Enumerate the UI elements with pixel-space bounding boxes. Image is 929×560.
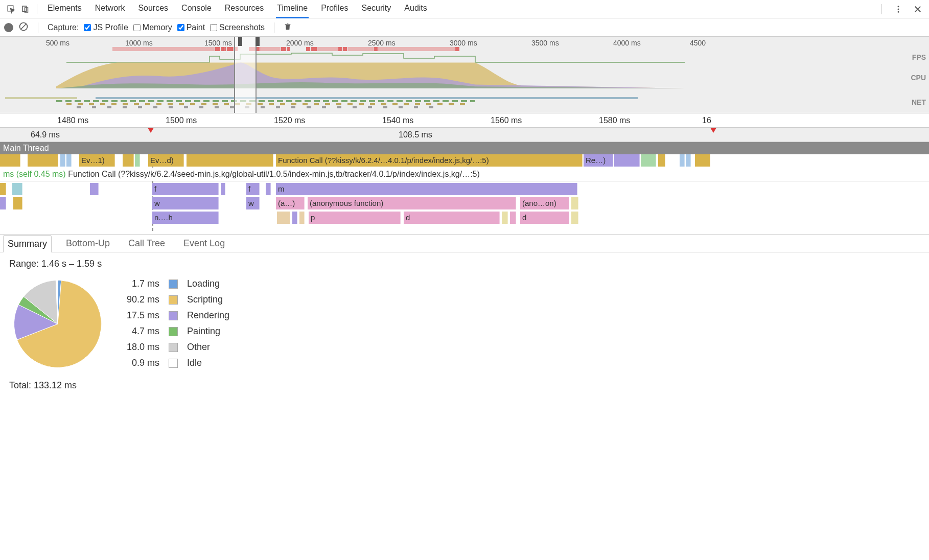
flame-bar[interactable]: f [246,183,260,195]
frame-time: 64.9 ms [31,130,60,139]
summary-total: Total: 133.12 ms [9,380,106,391]
divider [37,4,37,14]
capture-label: Capture: [48,23,79,32]
flame-bar[interactable] [66,154,72,167]
flame-bar[interactable]: (a…) [276,197,305,209]
flame-bar[interactable] [680,154,685,167]
flame-bar[interactable] [292,212,297,224]
flame-bar[interactable] [135,154,140,167]
flame-bar[interactable] [0,197,6,209]
tab-event-log[interactable]: Event Log [179,235,229,252]
tab-network[interactable]: Network [94,0,126,18]
overview-fps-label: FPS [912,53,926,61]
frames-row[interactable]: 64.9 ms 108.5 ms [0,128,929,142]
capture-screenshots[interactable]: Screenshots [210,23,265,32]
flame-bar[interactable] [221,183,225,195]
tab-timeline[interactable]: Timeline [276,0,309,18]
divider [274,22,274,33]
toolbar-right [877,2,925,16]
flame-bar[interactable]: m [276,183,577,195]
flame-bar[interactable]: w [152,197,219,209]
flame-bar[interactable]: f [152,183,219,195]
capture-toolbar: Capture: JS Profile Memory Paint Screens… [0,18,929,37]
panel-tabs: Elements Network Sources Console Resourc… [47,0,428,18]
tab-elements[interactable]: Elements [47,0,83,18]
flame-bar[interactable] [510,212,516,224]
flame-bar[interactable] [571,212,578,224]
flame-chart[interactable]: Ev…1) Ev…d) Function Call (??kissy/k/6.2… [0,154,929,231]
thread-header[interactable]: Main Thread [0,142,929,154]
flame-bar[interactable]: Function Call (??kissy/k/6.2.4/…4.0.1/p/… [276,154,583,167]
flame-bar[interactable] [686,154,691,167]
flame-bar[interactable] [187,154,273,167]
flame-bar[interactable] [502,212,508,224]
flame-bar[interactable]: n.…h [152,212,219,224]
flame-bar[interactable] [641,154,656,167]
flame-bar[interactable] [614,154,640,167]
tab-console[interactable]: Console [180,0,213,18]
trash-icon[interactable] [284,21,292,34]
more-icon[interactable] [891,2,905,16]
overview-net-bars [5,97,909,109]
flame-bar[interactable]: Re…) [584,154,613,167]
legend-row: 1.7 msLoading [123,276,234,291]
flame-bar[interactable] [123,154,134,167]
flame-bar[interactable] [266,183,271,195]
flame-bar[interactable] [277,212,290,224]
flame-bar[interactable]: Ev…d) [148,154,184,167]
flame-bar[interactable] [695,154,710,167]
capture-memory[interactable]: Memory [133,23,172,32]
record-button[interactable] [4,23,13,32]
overview-ruler: 500 ms 1000 ms 1500 ms 2000 ms 2500 ms 3… [0,37,929,47]
capture-jsprofile[interactable]: JS Profile [84,23,128,32]
flame-bar[interactable]: w [246,197,260,209]
device-toggle-icon[interactable] [18,2,33,16]
close-icon[interactable] [911,2,925,16]
flame-bar[interactable]: d [520,212,569,224]
summary-range: Range: 1.46 s – 1.59 s [9,259,920,269]
tab-security[interactable]: Security [361,0,392,18]
frame-marker-icon [148,128,154,133]
inspect-icon[interactable] [4,2,18,16]
tab-call-tree[interactable]: Call Tree [124,235,169,252]
overview-net-label: NET [912,98,926,106]
flame-bar[interactable] [0,154,20,167]
legend-row: 18.0 msOther [123,340,234,355]
tab-audits[interactable]: Audits [403,0,428,18]
tab-summary[interactable]: Summary [3,235,52,252]
flame-bar[interactable] [12,183,22,195]
svg-point-4 [898,8,899,10]
details-tabs: Summary Bottom-Up Call Tree Event Log [0,234,929,252]
flame-bar[interactable]: Ev…1) [79,154,115,167]
flame-bar[interactable] [0,183,6,195]
summary-panel: Range: 1.46 s – 1.59 s Total: 133.12 ms … [0,252,929,397]
overview-pane[interactable]: 500 ms 1000 ms 1500 ms 2000 ms 2500 ms 3… [0,37,929,113]
detail-ruler[interactable]: 1480 ms 1500 ms 1520 ms 1540 ms 1560 ms … [0,113,929,128]
selected-call-info: ms (self 0.45 ms) ms (self 0.45 ms) Func… [0,168,929,181]
thread-label: Main Thread [3,144,49,153]
capture-paint[interactable]: Paint [177,23,205,32]
tab-sources[interactable]: Sources [137,0,169,18]
flame-bar[interactable] [28,154,58,167]
flame-bar[interactable] [60,154,65,167]
devtools-main-toolbar: Elements Network Sources Console Resourc… [0,0,929,18]
clear-button[interactable] [18,21,29,34]
flame-bar[interactable]: d [404,212,500,224]
tab-bottom-up[interactable]: Bottom-Up [62,235,114,252]
legend-row: 90.2 msScripting [123,292,234,307]
flame-bar[interactable] [299,212,305,224]
flame-bar[interactable]: (anonymous function) [308,197,516,209]
flame-bar[interactable] [571,197,578,209]
overview-selection[interactable] [234,37,257,113]
flame-bar[interactable] [658,154,665,167]
legend-row: 4.7 msPainting [123,324,234,339]
flame-bar[interactable]: (ano…on) [520,197,569,209]
tab-resources[interactable]: Resources [224,0,265,18]
flame-bar[interactable] [94,183,99,195]
flame-bar[interactable]: p [309,212,401,224]
summary-pie-chart [9,275,106,372]
flame-bar[interactable] [13,197,22,209]
summary-legend: 1.7 msLoading90.2 msScripting17.5 msRend… [122,275,235,371]
frame-marker-icon [710,128,716,133]
tab-profiles[interactable]: Profiles [320,0,349,18]
